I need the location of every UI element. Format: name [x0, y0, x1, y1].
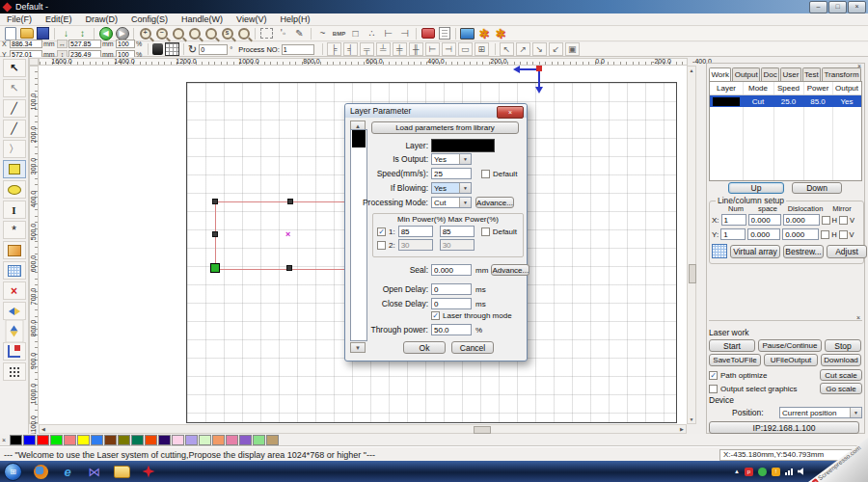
- lock-ratio-icon[interactable]: [152, 43, 163, 55]
- ufile-output-button[interactable]: UFileOutput: [764, 354, 818, 366]
- palette-color[interactable]: [253, 435, 265, 445]
- palette-color[interactable]: [266, 435, 279, 445]
- menu-file[interactable]: File(F): [0, 14, 39, 24]
- zoom-out-icon[interactable]: −: [154, 27, 169, 40]
- palette-color[interactable]: [10, 435, 22, 445]
- tab-work[interactable]: Work: [709, 67, 731, 81]
- tray-expand-icon[interactable]: ▲: [734, 469, 740, 474]
- if-blowing-select[interactable]: Yes ▼: [431, 182, 472, 194]
- menu-draw[interactable]: Draw(D): [79, 14, 125, 24]
- output-list-icon[interactable]: [437, 27, 451, 40]
- array-copy-tool-icon[interactable]: [3, 362, 26, 381]
- load-from-library-button[interactable]: Load parameters from library: [371, 121, 519, 134]
- laser-burst-icon[interactable]: ✲: [476, 27, 491, 40]
- array-x-dislocation-field[interactable]: [783, 214, 820, 226]
- seal-advance-button[interactable]: Advance...: [491, 264, 529, 276]
- menu-view[interactable]: View(V): [230, 14, 273, 24]
- zoom-page-icon[interactable]: [236, 27, 251, 40]
- grid-array-tool-icon[interactable]: [3, 261, 26, 280]
- power1-checkbox[interactable]: ✓: [377, 228, 386, 236]
- scroll-up-icon[interactable]: ▲: [688, 67, 695, 74]
- node-edit-tool-icon[interactable]: ↖: [3, 79, 26, 97]
- mirror-x-h-checkbox[interactable]: [822, 216, 830, 225]
- curve-smooth-icon[interactable]: ~: [315, 27, 330, 40]
- palette-color[interactable]: [199, 435, 211, 445]
- palette-color[interactable]: [185, 435, 198, 445]
- start-point-handle[interactable]: [210, 263, 220, 273]
- selection-handle[interactable]: [212, 231, 218, 237]
- antivirus-tray-icon[interactable]: [758, 468, 767, 476]
- palette-color[interactable]: [91, 435, 103, 445]
- scroll-left-icon[interactable]: ◀: [40, 425, 47, 433]
- hscroll-thumb[interactable]: [474, 426, 491, 434]
- explorer-folder-icon[interactable]: [113, 464, 130, 479]
- processing-mode-select[interactable]: Cut ▼: [431, 197, 472, 208]
- menu-config[interactable]: Config(S): [124, 14, 175, 24]
- fit-vertical-icon[interactable]: ⊣: [397, 27, 412, 40]
- selection-handle[interactable]: [287, 199, 293, 204]
- menu-handle[interactable]: Handle(W): [175, 14, 230, 24]
- align-center-h-icon[interactable]: ╪: [393, 42, 407, 56]
- chevron-down-icon[interactable]: ▼: [459, 198, 471, 207]
- palette-color[interactable]: [118, 435, 130, 445]
- layer-color-button[interactable]: [431, 139, 495, 152]
- palette-color[interactable]: [131, 435, 144, 445]
- palette-color[interactable]: [104, 435, 117, 445]
- ok-button[interactable]: Ok: [403, 341, 446, 354]
- x-position-field[interactable]: [10, 40, 42, 48]
- delete-tool-icon[interactable]: ×: [3, 281, 26, 300]
- ellipse-tool-icon[interactable]: [3, 180, 26, 199]
- node-group-icon[interactable]: ∴: [365, 27, 379, 40]
- text-tool-icon[interactable]: I: [3, 201, 26, 219]
- same-width-icon[interactable]: ⊢: [425, 42, 440, 56]
- mirror-y-h-checkbox[interactable]: [821, 230, 829, 239]
- selection-handle[interactable]: [286, 265, 292, 271]
- vertical-scrollbar[interactable]: ▲ ▼: [687, 66, 696, 424]
- palette-color[interactable]: [37, 435, 49, 445]
- palette-color[interactable]: [172, 435, 184, 445]
- line-tool-icon[interactable]: ╱: [3, 99, 26, 118]
- mirror-y-v-checkbox[interactable]: [839, 230, 848, 239]
- rectangle-tool-icon[interactable]: [3, 160, 26, 178]
- path-optimize-checkbox[interactable]: ✓: [709, 371, 718, 380]
- selection-handle[interactable]: [212, 199, 218, 204]
- laser-through-checkbox[interactable]: ✓: [431, 311, 440, 320]
- curve-tool-icon[interactable]: 〉: [3, 140, 26, 158]
- zoom-all-icon[interactable]: [203, 27, 218, 40]
- tab-test[interactable]: Test: [802, 67, 821, 81]
- same-size-icon[interactable]: ▭: [458, 42, 473, 56]
- security-tray-icon[interactable]: !: [772, 468, 780, 476]
- width-field[interactable]: [68, 40, 101, 48]
- palette-color[interactable]: [226, 435, 238, 445]
- laser-app-icon[interactable]: [140, 464, 157, 479]
- rotate-angle-field[interactable]: [199, 44, 228, 55]
- group-icon[interactable]: ⊞: [475, 42, 489, 56]
- bmp-tool-icon[interactable]: BMP: [332, 27, 346, 40]
- laser-to-top-right-icon[interactable]: ↗: [516, 42, 530, 56]
- is-output-select[interactable]: Yes ▼: [431, 153, 472, 165]
- zoom-selection-icon[interactable]: s: [220, 27, 234, 40]
- save-to-ufile-button[interactable]: SaveToUFile: [709, 354, 761, 366]
- laser-panel-close-icon[interactable]: ×: [856, 314, 860, 321]
- adjust-button[interactable]: Adjust: [827, 245, 867, 258]
- close-delay-field[interactable]: [431, 298, 472, 309]
- power-default-checkbox[interactable]: [481, 228, 490, 236]
- tab-doc[interactable]: Doc: [761, 67, 779, 81]
- start-button[interactable]: ⊞: [4, 463, 22, 481]
- workspace-icon[interactable]: □: [348, 27, 363, 40]
- menu-edit[interactable]: Edit(E): [39, 14, 79, 24]
- array-y-num-field[interactable]: [720, 228, 746, 240]
- go-scale-button[interactable]: Go scale: [820, 383, 862, 394]
- star-tool-icon[interactable]: *: [3, 221, 26, 239]
- screenpresso-tray-icon[interactable]: p: [745, 468, 753, 476]
- palette-close-icon[interactable]: ×: [2, 437, 6, 443]
- chevron-down-icon[interactable]: ▼: [459, 154, 471, 164]
- virtual-array-icon[interactable]: [712, 244, 727, 258]
- power2-checkbox[interactable]: [377, 241, 386, 250]
- align-right-icon[interactable]: ╡: [343, 42, 358, 56]
- select-tool-icon[interactable]: ↖: [3, 59, 26, 77]
- volume-icon[interactable]: [798, 468, 806, 476]
- pause-continue-button[interactable]: Pause/Continue: [758, 339, 822, 352]
- stop-button[interactable]: Stop: [825, 339, 861, 352]
- resize-h-icon[interactable]: ↔: [57, 40, 68, 48]
